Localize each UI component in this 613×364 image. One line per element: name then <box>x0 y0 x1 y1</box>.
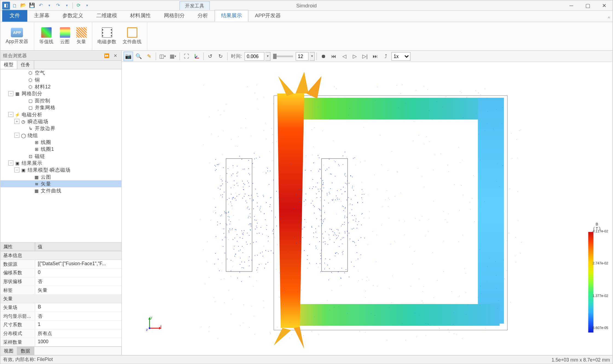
speed-select[interactable]: 1x <box>391 52 410 60</box>
property-row[interactable]: 标签矢量 <box>1 286 122 295</box>
tb-camera-icon[interactable]: 📷 <box>123 51 133 61</box>
tree-toggle-icon[interactable]: − <box>14 133 19 138</box>
time-input[interactable] <box>244 52 264 60</box>
tree-item[interactable]: ▦云图 <box>1 174 122 180</box>
ribbon-em-param-button[interactable]: ⋮⋮ 电磁参数 <box>96 27 118 46</box>
property-row[interactable]: 分布模式所有点 <box>1 330 122 338</box>
tree-toggle-icon[interactable]: − <box>14 167 19 172</box>
tree-toggle-icon[interactable]: − <box>8 112 13 117</box>
tree-item[interactable]: −◯绕组 <box>1 132 122 139</box>
property-row[interactable]: 均匀显示箭...否 <box>1 312 122 321</box>
tb-prev-icon[interactable]: ◁ <box>339 51 349 61</box>
tree-item[interactable]: ⬡铜 <box>1 76 122 83</box>
prop-value[interactable]: 矢量 <box>35 286 121 294</box>
tree-item[interactable]: −▦网格剖分 <box>1 90 122 97</box>
panel-expand-icon[interactable]: ⏩ <box>103 52 110 59</box>
property-row[interactable]: 形状偏移否 <box>1 278 122 286</box>
tree-item[interactable]: ▦文件曲线 <box>1 187 122 194</box>
tree-item[interactable]: −▣结果展示 <box>1 160 122 166</box>
tree-item[interactable]: −▣结果模型·瞬态磁场 <box>1 166 122 173</box>
prop-value[interactable]: 1000 <box>35 338 121 346</box>
model-tree[interactable]: ⬡空气⬡铜⬡材料12−▦网格剖分▢面控制▢并集网格−⚡电磁分析+◷瞬态磁场↳开放… <box>1 69 122 242</box>
tb-view-cube-icon[interactable]: ◫▾ <box>158 51 167 61</box>
tree-tab-task[interactable]: 任务 <box>17 61 34 69</box>
step-input[interactable] <box>296 52 309 60</box>
3d-canvas[interactable]: y x z B ( T ) 4.117e-02 2.74 <box>122 62 612 355</box>
close-button[interactable]: ✕ <box>596 1 612 10</box>
save-icon[interactable]: 💾 <box>28 2 36 10</box>
tree-item[interactable]: ⊡磁链 <box>1 153 122 160</box>
property-row[interactable]: 采样数量1000 <box>1 338 122 346</box>
ribbon-tab-mesh[interactable]: 网格剖分 <box>157 10 191 22</box>
tree-item[interactable]: ↳开放边界 <box>1 125 122 132</box>
new-icon[interactable]: 🗋 <box>11 2 19 10</box>
tb-zoom-icon[interactable]: 🔍 <box>134 51 143 61</box>
panel-close-icon[interactable]: ✕ <box>112 52 119 59</box>
maximize-button[interactable]: ▢ <box>580 1 596 10</box>
tree-toggle-icon[interactable]: − <box>8 160 13 166</box>
bottom-tab-data[interactable]: 数据 <box>17 347 34 355</box>
prop-value[interactable]: [{"DataSet":["Fusion-Face1","F... <box>35 260 121 268</box>
time-dropdown[interactable]: ▾ <box>265 52 271 60</box>
tb-axes-icon[interactable] <box>192 51 202 61</box>
tb-first-icon[interactable]: ⏮ <box>329 51 339 61</box>
tree-item[interactable]: −⚡电磁分析 <box>1 111 122 118</box>
ribbon-tab-2d-model[interactable]: 二维建模 <box>90 10 124 22</box>
ribbon-tab-file[interactable]: 文件 <box>2 10 27 22</box>
ribbon-vector-button[interactable]: 矢量 <box>74 27 88 46</box>
tb-rotate-ccw-icon[interactable]: ↺ <box>206 51 215 61</box>
tree-item[interactable]: ⊞线圈1 <box>1 146 122 152</box>
tb-colormap-icon[interactable]: ▦▾ <box>168 51 178 61</box>
dev-tool-tab[interactable]: 开发工具 <box>180 1 210 10</box>
refresh-icon[interactable]: ⟳ <box>74 2 82 10</box>
tree-toggle-icon[interactable]: − <box>8 91 13 96</box>
prop-value[interactable]: 否 <box>35 312 121 320</box>
tb-clear-icon[interactable]: ✎ <box>144 51 154 61</box>
tree-item[interactable]: ▢并集网格 <box>1 104 122 111</box>
ribbon-app-dev-button[interactable]: APP App开发器 <box>4 27 30 45</box>
redo-dropdown-icon[interactable]: ▾ <box>63 2 71 10</box>
tb-export-icon[interactable]: ⤴ <box>381 51 391 61</box>
tree-item[interactable]: ⬡材料12 <box>1 83 122 90</box>
tree-item[interactable]: ▢面控制 <box>1 97 122 104</box>
tree-item[interactable]: ⬡空气 <box>1 69 122 76</box>
tb-fit-icon[interactable]: ⛶ <box>182 51 191 61</box>
prop-value[interactable]: 所有点 <box>35 330 121 338</box>
refresh-dropdown-icon[interactable]: ▾ <box>83 2 91 10</box>
open-icon[interactable]: 📂 <box>19 2 27 10</box>
prop-value[interactable]: B <box>35 304 121 312</box>
tree-tab-model[interactable]: 模型 <box>1 61 18 69</box>
tree-item[interactable]: +◷瞬态磁场 <box>1 118 122 125</box>
prop-value[interactable]: 1 <box>35 321 121 329</box>
tb-record-icon[interactable]: ⏺ <box>319 51 328 61</box>
tree-toggle-icon[interactable]: + <box>14 119 19 124</box>
step-dropdown[interactable]: ▾ <box>310 52 315 60</box>
tb-rotate-cw-icon[interactable]: ↻ <box>216 51 225 61</box>
tree-item[interactable]: ≋矢量 <box>1 180 122 187</box>
undo-dropdown-icon[interactable]: ▾ <box>45 2 53 10</box>
tb-last-icon[interactable]: ⏭ <box>371 51 380 61</box>
ribbon-tab-home[interactable]: 主屏幕 <box>27 10 56 22</box>
property-row[interactable]: 矢量场B <box>1 304 122 312</box>
property-row[interactable]: 尺寸系数1 <box>1 321 122 330</box>
undo-icon[interactable]: ↶ <box>37 2 45 10</box>
time-slider[interactable] <box>273 55 293 57</box>
tree-item[interactable]: ⊞线圈 <box>1 139 122 146</box>
property-row[interactable]: 数据源[{"DataSet":["Fusion-Face1","F... <box>1 260 122 269</box>
ribbon-tab-app-dev[interactable]: APP开发器 <box>248 10 288 22</box>
ribbon-tab-analysis[interactable]: 分析 <box>191 10 215 22</box>
ribbon-collapse-icon[interactable]: ^ <box>608 16 610 21</box>
bottom-tab-view[interactable]: 视图 <box>1 347 18 355</box>
property-row[interactable]: 偏移系数0 <box>1 269 122 278</box>
ribbon-cloud-button[interactable]: 云图 <box>58 27 72 46</box>
tb-play-icon[interactable]: ▷ <box>350 51 359 61</box>
ribbon-file-curve-button[interactable]: 文件曲线 <box>121 27 143 46</box>
ribbon-tab-results[interactable]: 结果展示 <box>215 10 248 22</box>
prop-value[interactable]: 否 <box>35 278 121 286</box>
ribbon-tab-material[interactable]: 材料属性 <box>123 10 157 22</box>
tb-next-icon[interactable]: ▷| <box>360 51 370 61</box>
redo-icon[interactable]: ↷ <box>54 2 62 10</box>
ribbon-contour-button[interactable]: 等值线 <box>37 27 55 46</box>
ribbon-tab-param-def[interactable]: 参数定义 <box>56 10 90 22</box>
minimize-button[interactable]: ─ <box>563 1 580 10</box>
